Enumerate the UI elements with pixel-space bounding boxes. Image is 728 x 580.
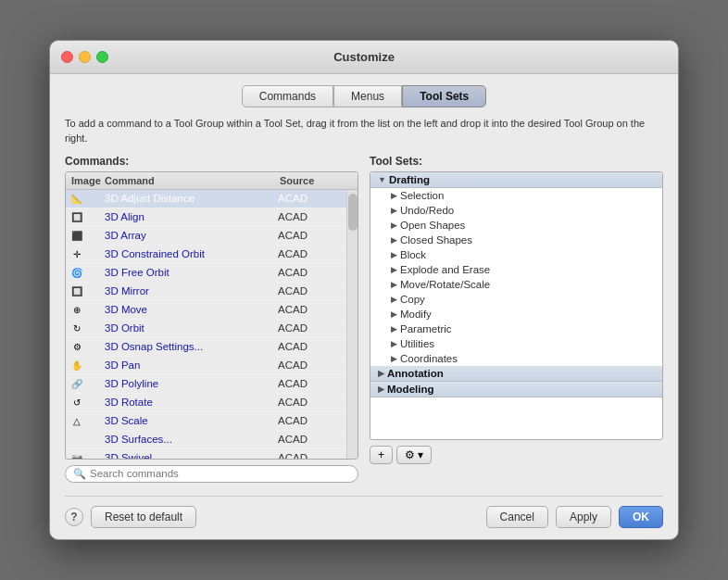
toolset-label: Move/Rotate/Scale xyxy=(400,279,490,290)
toolsets-label: Tool Sets: xyxy=(370,155,663,168)
settings-toolset-button[interactable]: ⚙ ▾ xyxy=(396,446,432,464)
scrollbar-thumb[interactable] xyxy=(348,194,358,231)
table-row[interactable]: ↺ 3D Rotate ACAD xyxy=(66,394,346,412)
toolset-group-item[interactable]: ▶Annotation xyxy=(370,366,662,382)
command-source-10: ACAD xyxy=(278,378,343,389)
command-source-5: ACAD xyxy=(278,285,343,296)
toolset-sub-item[interactable]: ▶Utilities xyxy=(370,336,662,351)
expand-icon: ▶ xyxy=(391,250,397,259)
reset-button[interactable]: Reset to default xyxy=(91,506,196,528)
toolset-group-item[interactable]: ▶Modeling xyxy=(370,382,662,397)
ok-button[interactable]: OK xyxy=(619,506,663,528)
apply-button[interactable]: Apply xyxy=(556,506,611,528)
table-row[interactable]: ⊕ 3D Move ACAD xyxy=(66,301,346,320)
command-name-5: 3D Mirror xyxy=(103,285,278,296)
table-row[interactable]: 🔲 3D Align ACAD xyxy=(66,208,346,227)
toolsets-footer: + ⚙ ▾ xyxy=(370,446,663,464)
command-icon-7: ↻ xyxy=(69,321,84,335)
command-name-13: 3D Surfaces... xyxy=(103,434,278,445)
toolset-label: Modify xyxy=(400,309,432,320)
command-name-3: 3D Constrained Orbit xyxy=(103,248,278,259)
titlebar: Customize xyxy=(50,41,678,74)
toolset-sub-item[interactable]: ▶Modify xyxy=(370,307,662,322)
command-source-12: ACAD xyxy=(278,415,343,426)
tab-menus[interactable]: Menus xyxy=(333,85,402,107)
add-toolset-button[interactable]: + xyxy=(370,446,393,464)
toolset-sub-item[interactable]: ▶Selection xyxy=(370,188,662,203)
cancel-button[interactable]: Cancel xyxy=(486,506,548,528)
close-button[interactable] xyxy=(61,51,73,63)
toolset-sub-item[interactable]: ▶Coordinates xyxy=(370,351,662,366)
toolset-label: Block xyxy=(400,249,426,260)
table-row[interactable]: 📐 3D Adjust Distance ACAD xyxy=(66,190,346,208)
command-icon-14: 📷 xyxy=(69,450,84,459)
col-image: Image xyxy=(69,174,103,187)
commands-panel: Commands: Image Command Source 📐 3D Adju… xyxy=(65,155,358,483)
command-icon-4: 🌀 xyxy=(69,265,84,280)
toolset-sub-item[interactable]: ▶Closed Shapes xyxy=(370,233,662,247)
maximize-button[interactable] xyxy=(96,51,108,63)
command-source-13: ACAD xyxy=(278,434,343,445)
table-row[interactable]: 3D Surfaces... ACAD xyxy=(66,431,346,449)
command-icon-9: ✋ xyxy=(69,358,84,372)
expand-icon: ▶ xyxy=(391,280,397,289)
footer: ? Reset to default Cancel Apply OK xyxy=(65,496,663,528)
expand-icon: ▶ xyxy=(391,235,397,245)
help-button[interactable]: ? xyxy=(65,508,83,526)
tab-commands[interactable]: Commands xyxy=(242,85,333,107)
command-icon-1: 🔲 xyxy=(69,209,84,224)
command-source-2: ACAD xyxy=(278,230,343,241)
tab-toolsets[interactable]: Tool Sets xyxy=(402,85,486,107)
tab-bar: Commands Menus Tool Sets xyxy=(65,85,663,107)
command-icon-12: △ xyxy=(69,413,84,428)
toolset-label: Open Shapes xyxy=(400,220,465,231)
expand-icon: ▶ xyxy=(391,221,397,230)
toolsets-list[interactable]: ▼Drafting▶Selection▶Undo/Redo▶Open Shape… xyxy=(370,171,663,440)
command-name-9: 3D Pan xyxy=(103,359,278,371)
command-name-0: 3D Adjust Distance xyxy=(103,193,278,204)
command-icon-13 xyxy=(69,432,84,447)
toolset-group-item[interactable]: ▼Drafting xyxy=(370,172,662,188)
search-input[interactable] xyxy=(90,468,350,479)
expand-icon: ▶ xyxy=(391,206,397,215)
scrollbar-track[interactable] xyxy=(346,190,358,459)
table-row[interactable]: 🔗 3D Polyline ACAD xyxy=(66,375,346,394)
command-source-9: ACAD xyxy=(278,359,343,371)
command-name-2: 3D Array xyxy=(103,230,278,241)
command-source-3: ACAD xyxy=(278,248,343,259)
toolset-label: Modeling xyxy=(387,384,433,395)
toolset-sub-item[interactable]: ▶Copy xyxy=(370,292,662,307)
command-source-8: ACAD xyxy=(278,341,343,352)
toolset-sub-item[interactable]: ▶Undo/Redo xyxy=(370,203,662,218)
table-row[interactable]: ↻ 3D Orbit ACAD xyxy=(66,320,346,338)
expand-icon: ▶ xyxy=(391,309,397,319)
table-row[interactable]: △ 3D Scale ACAD xyxy=(66,412,346,431)
commands-scroll[interactable]: 📐 3D Adjust Distance ACAD 🔲 3D Align ACA… xyxy=(66,190,346,459)
table-row[interactable]: 📷 3D Swivel ACAD xyxy=(66,449,346,459)
expand-icon: ▼ xyxy=(378,175,386,184)
toolset-sub-item[interactable]: ▶Block xyxy=(370,247,662,262)
table-row[interactable]: 🔲 3D Mirror ACAD xyxy=(66,283,346,301)
commands-table: Image Command Source 📐 3D Adjust Distanc… xyxy=(65,171,358,460)
table-row[interactable]: ⚙ 3D Osnap Settings... ACAD xyxy=(66,338,346,357)
table-row[interactable]: ⬛ 3D Array ACAD xyxy=(66,227,346,246)
toolset-label: Annotation xyxy=(387,368,444,379)
toolset-sub-item[interactable]: ▶Explode and Erase xyxy=(370,262,662,277)
toolset-sub-item[interactable]: ▶Open Shapes xyxy=(370,218,662,233)
table-row[interactable]: 🌀 3D Free Orbit ACAD xyxy=(66,264,346,283)
table-row[interactable]: ✋ 3D Pan ACAD xyxy=(66,357,346,375)
toolsets-panel: Tool Sets: ▼Drafting▶Selection▶Undo/Redo… xyxy=(370,155,663,483)
expand-icon: ▶ xyxy=(391,265,397,274)
minimize-button[interactable] xyxy=(79,51,91,63)
toolset-sub-item[interactable]: ▶Move/Rotate/Scale xyxy=(370,277,662,292)
content-area: Commands Menus Tool Sets To add a comman… xyxy=(50,74,678,539)
commands-body: 📐 3D Adjust Distance ACAD 🔲 3D Align ACA… xyxy=(66,190,358,459)
table-row[interactable]: ✛ 3D Constrained Orbit ACAD xyxy=(66,246,346,264)
toolset-sub-item[interactable]: ▶Parametric xyxy=(370,322,662,336)
search-box: 🔍 xyxy=(65,465,358,483)
footer-left: ? Reset to default xyxy=(65,506,196,528)
toolset-label: Selection xyxy=(400,190,444,201)
customize-window: Customize Commands Menus Tool Sets To ad… xyxy=(49,40,679,540)
panels-container: Commands: Image Command Source 📐 3D Adju… xyxy=(65,155,663,483)
command-icon-11: ↺ xyxy=(69,395,84,410)
